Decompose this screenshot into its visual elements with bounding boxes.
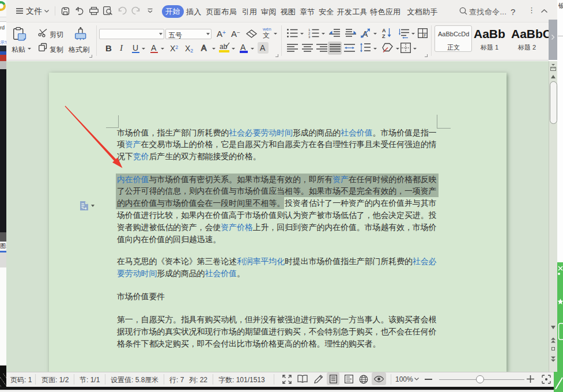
svg-text:F: F [424, 33, 426, 38]
svg-text:Z: Z [382, 33, 386, 39]
svg-text:A: A [382, 28, 386, 33]
